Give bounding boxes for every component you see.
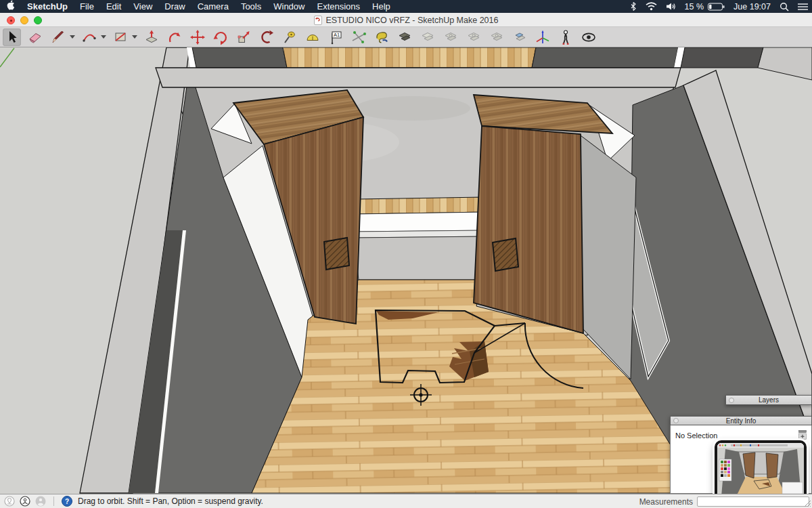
- menu-item-file[interactable]: File: [74, 0, 100, 13]
- context-help-icon[interactable]: ?: [62, 496, 72, 507]
- axes-origin-icon[interactable]: [533, 28, 551, 46]
- text-tool-label: A1: [333, 32, 339, 38]
- claim-credit-icon[interactable]: [20, 496, 30, 507]
- tape-measure-tool-button[interactable]: [280, 28, 298, 46]
- geolocation-icon[interactable]: [4, 496, 15, 507]
- entity-info-close-button[interactable]: [673, 418, 679, 423]
- right-door-vent: [493, 238, 518, 271]
- volume-icon[interactable]: [666, 2, 676, 11]
- upper-room-floor-strip: [283, 47, 536, 68]
- thumbnail-scene: [717, 443, 804, 501]
- battery-icon[interactable]: [708, 3, 725, 11]
- follow-me-tool-button[interactable]: [165, 28, 183, 46]
- status-divider: [53, 496, 54, 506]
- section-plane-icon-4[interactable]: [487, 28, 505, 46]
- window-title: ESTUDIO NICO vRFZ - SketchUp Make 2016: [326, 16, 499, 25]
- layers-close-button[interactable]: [729, 398, 734, 403]
- move-tool-button[interactable]: [188, 28, 206, 46]
- menu-item-sketchup[interactable]: SketchUp: [21, 0, 74, 13]
- niche-wood-shelf: [356, 197, 485, 214]
- measurements-input[interactable]: [697, 496, 809, 507]
- battery-percent[interactable]: 15 %: [685, 2, 704, 12]
- menu-item-window[interactable]: Window: [267, 0, 311, 13]
- entity-info-header[interactable]: Entity Info: [670, 416, 812, 425]
- walk-tool-button[interactable]: [556, 28, 574, 46]
- bluetooth-icon[interactable]: [630, 1, 637, 12]
- line-tool-dropdown[interactable]: [70, 35, 75, 39]
- entity-details-toggle-icon[interactable]: [798, 430, 807, 440]
- window-title-bar[interactable]: ESTUDIO NICO vRFZ - SketchUp Make 2016: [0, 13, 812, 27]
- sketchup-screen: SketchUp File Edit View Draw Camera Tool…: [0, 0, 812, 508]
- thumbnail-materials-palette: [719, 459, 731, 481]
- arc-tool-button[interactable]: [80, 28, 98, 46]
- section-plane-icon-2[interactable]: [441, 28, 459, 46]
- menu-item-view[interactable]: View: [127, 0, 158, 13]
- push-pull-tool-button[interactable]: [142, 28, 160, 46]
- spotlight-search-icon[interactable]: [780, 2, 789, 12]
- layers-panel-header[interactable]: Layers: [725, 395, 812, 405]
- look-around-tool-button[interactable]: [579, 28, 597, 46]
- wifi-icon[interactable]: [646, 2, 657, 11]
- select-tool-button[interactable]: [3, 28, 21, 46]
- text-tool-button[interactable]: A1: [326, 28, 344, 46]
- apple-icon: [6, 0, 15, 10]
- menu-item-extensions[interactable]: Extensions: [311, 0, 366, 13]
- paint-bucket-tool-button[interactable]: [372, 28, 390, 46]
- document-icon: [314, 16, 322, 25]
- menu-item-help[interactable]: Help: [366, 0, 397, 13]
- layers-panel-title: Layers: [759, 396, 779, 404]
- menu-item-draw[interactable]: Draw: [158, 0, 191, 13]
- left-door-vent: [324, 238, 349, 270]
- center-niche: [354, 197, 487, 280]
- help-glyph: ?: [65, 498, 69, 505]
- scale-tool-button[interactable]: [234, 28, 252, 46]
- entity-selection-status: No Selection: [675, 431, 717, 440]
- rectangle-tool-dropdown[interactable]: [132, 35, 137, 39]
- status-hint-text: Drag to orbit. Shift = Pan, Option = sus…: [78, 496, 263, 506]
- section-plane-dark-icon[interactable]: [395, 28, 413, 46]
- offset-tool-button[interactable]: [257, 28, 275, 46]
- sign-in-user-icon[interactable]: [35, 496, 46, 507]
- section-plane-icon-1[interactable]: [418, 28, 436, 46]
- status-bar: ? Drag to orbit. Shift = Pan, Option = s…: [0, 494, 812, 508]
- rotate-tool-button[interactable]: [211, 28, 229, 46]
- apple-menu[interactable]: [0, 0, 21, 14]
- tool-bar: A1: [0, 27, 812, 47]
- protractor-tool-button[interactable]: [303, 28, 321, 46]
- section-plane-icon-3[interactable]: [464, 28, 482, 46]
- menu-item-edit[interactable]: Edit: [100, 0, 127, 13]
- arc-tool-dropdown[interactable]: [101, 35, 106, 39]
- menu-clock[interactable]: Jue 19:07: [734, 2, 771, 12]
- menu-bar: SketchUp File Edit View Draw Camera Tool…: [0, 0, 812, 13]
- eraser-tool-button[interactable]: [26, 28, 44, 46]
- axes-tool-button[interactable]: [349, 28, 367, 46]
- line-tool-button[interactable]: [49, 28, 67, 46]
- notification-center-icon[interactable]: [798, 3, 808, 11]
- menu-item-tools[interactable]: Tools: [235, 0, 267, 13]
- menu-item-camera[interactable]: Camera: [191, 0, 235, 13]
- window-resize-grip[interactable]: [803, 499, 811, 507]
- entity-info-title: Entity Info: [726, 417, 756, 425]
- section-plane-blue-icon[interactable]: [510, 28, 528, 46]
- measurements-label: Measurements: [639, 497, 693, 507]
- rectangle-tool-button[interactable]: [111, 28, 129, 46]
